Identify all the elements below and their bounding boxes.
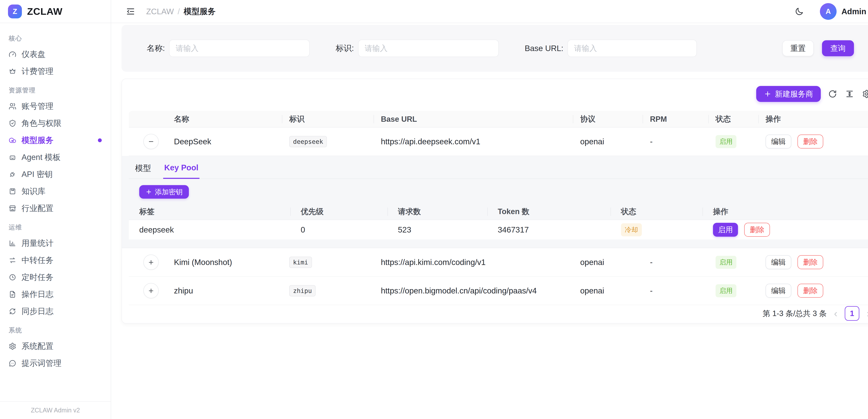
menu-fold-icon [126,7,135,16]
provider-base-url: https://open.bigmodel.cn/api/coding/paas… [381,286,580,295]
users-icon [9,102,16,110]
breadcrumb-root[interactable]: ZCLAW [146,7,174,16]
provider-rpm: - [650,258,716,267]
shield-check-icon [9,119,16,127]
provider-name: Kimi (Moonshot) [174,258,289,267]
sidebar-item-system-config[interactable]: 系统配置 [0,338,111,355]
provider-name: DeepSeek [174,137,289,146]
sidebar-item-roles[interactable]: 角色与权限 [0,115,111,132]
sidebar-item-knowledge-base[interactable]: 知识库 [0,183,111,200]
active-indicator-dot [98,139,102,142]
app-version: ZCLAW Admin v2 [0,401,111,419]
delete-button[interactable]: 删除 [798,284,823,298]
plus-icon [146,188,152,195]
sidebar-item-billing[interactable]: 计费管理 [0,63,111,80]
sidebar-item-api-keys[interactable]: API 密钥 [0,166,111,183]
delete-key-button[interactable]: 删除 [744,223,770,237]
filter-url-label: Base URL: [525,43,563,53]
enable-key-button[interactable]: 启用 [713,223,738,237]
refresh-icon [828,89,837,98]
store-icon [9,205,16,212]
column-settings-button[interactable] [861,89,868,99]
document-icon [9,291,16,298]
key-header-status: 状态 [611,206,703,217]
page-number-button[interactable]: 1 [845,306,859,321]
search-button[interactable]: 查询 [822,40,854,56]
robot-icon [9,153,16,161]
sidebar-item-label: 定时任务 [22,272,54,283]
app-logo-row: Z ZCLAW [0,0,111,23]
header-protocol: 协议 [580,114,650,124]
crown-icon [9,67,16,75]
sidebar-item-label: 操作日志 [22,289,54,300]
sidebar-item-cron-tasks[interactable]: 定时任务 [0,269,111,286]
expand-row-button[interactable]: + [144,255,159,270]
edit-button[interactable]: 编辑 [766,134,791,148]
key-header-requests: 请求数 [388,206,487,217]
cloud-server-icon [9,137,16,144]
key-requests: 523 [388,225,487,234]
sidebar-item-label: 模型服务 [22,135,54,146]
filter-bar: 名称: 标识: Base URL: 重置 查询 [122,25,868,72]
header-actions: 操作 [766,114,868,124]
breadcrumb-current: 模型服务 [184,6,216,17]
tab-models[interactable]: 模型 [134,160,152,179]
provider-base-url: https://api.deepseek.com/v1 [381,137,580,146]
sidebar-item-prompt-management[interactable]: 提示词管理 [0,355,111,372]
app-title: ZCLAW [27,6,62,17]
sidebar-item-label: 计费管理 [22,66,54,77]
sidebar-item-dashboard[interactable]: 仪表盘 [0,46,111,63]
sidebar-item-model-services[interactable]: 模型服务 [0,132,111,149]
prev-page-icon[interactable]: ‹ [833,308,839,319]
sidebar: Z ZCLAW 核心 仪表盘 计费管理 资源管理 账号管理 角色与权限 模型服务 [0,0,111,419]
key-tag: deepseek [129,225,290,234]
key-tokens: 3467317 [487,225,611,234]
sidebar-item-relay-tasks[interactable]: 中转任务 [0,252,111,269]
sidebar-item-label: 用量统计 [22,238,54,249]
pagination: 第 1-3 条/总共 3 条 ‹ 1 › [129,305,868,322]
sidebar-item-operation-logs[interactable]: 操作日志 [0,286,111,303]
filter-name-input[interactable] [169,39,310,57]
refresh-button[interactable] [827,89,838,99]
provider-slug-tag: deepseek [289,136,327,147]
provider-row-zhipu: + zhipu zhipu https://open.bigmodel.cn/a… [129,277,868,305]
sidebar-item-label: API 密钥 [22,169,53,180]
user-avatar[interactable]: A [820,3,837,20]
edit-button[interactable]: 编辑 [766,255,791,269]
delete-button[interactable]: 删除 [798,134,823,148]
sidebar-item-usage-stats[interactable]: 用量统计 [0,235,111,252]
provider-protocol: openai [580,286,650,295]
provider-rpm: - [650,286,716,295]
dark-mode-toggle[interactable] [795,7,804,16]
pagination-summary: 第 1-3 条/总共 3 条 [763,308,827,319]
top-header: ZCLAW / 模型服务 A Admin [111,0,868,23]
sidebar-collapse-button[interactable] [125,6,136,17]
main-area: ZCLAW / 模型服务 A Admin 名称: 标识: Base URL: [111,0,868,419]
sidebar-item-accounts[interactable]: 账号管理 [0,98,111,115]
user-name[interactable]: Admin [841,7,866,16]
sidebar-item-industry-config[interactable]: 行业配置 [0,200,111,217]
expand-row-button[interactable]: + [144,283,159,298]
edit-button[interactable]: 编辑 [766,284,791,298]
next-page-icon[interactable]: › [865,308,868,319]
gear-icon [862,89,868,98]
key-header-priority: 优先级 [290,206,388,217]
sidebar-item-sync-logs[interactable]: 同步日志 [0,303,111,320]
create-provider-button[interactable]: 新建服务商 [756,86,821,102]
row-density-button[interactable] [844,89,855,99]
filter-url-input[interactable] [567,39,697,57]
filter-slug-input[interactable] [358,39,499,57]
key-header-actions: 操作 [703,206,868,217]
add-key-button[interactable]: 添加密钥 [139,185,189,199]
reset-button[interactable]: 重置 [782,40,814,56]
tab-key-pool[interactable]: Key Pool [163,160,199,179]
delete-button[interactable]: 删除 [798,255,823,269]
collapse-row-button[interactable]: − [144,134,159,149]
header-base-url: Base URL [381,115,580,123]
gauge-icon [9,51,16,58]
sync-icon [9,307,16,315]
sidebar-item-agent-templates[interactable]: Agent 模板 [0,149,111,166]
add-key-label: 添加密钥 [155,187,183,197]
table-toolbar: 新建服务商 [129,86,868,102]
transfer-arrows-icon [9,257,16,264]
